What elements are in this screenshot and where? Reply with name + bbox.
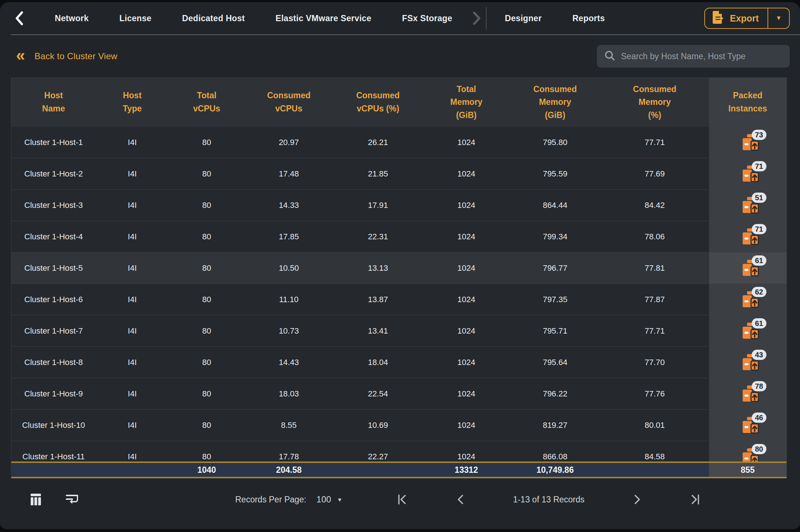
nav-tab-reports[interactable]: Reports: [557, 14, 620, 23]
table-row[interactable]: Cluster 1-Host-4 I4I 80 17.85 22.31 1024…: [11, 221, 786, 252]
export-dropdown-caret[interactable]: ▼: [767, 8, 789, 28]
cell-consumed-memory-pct: 77.76: [601, 378, 709, 409]
totals-total-memory: 13312: [423, 463, 510, 477]
table-row[interactable]: Cluster 1-Host-5 I4I 80 10.50 13.13 1024…: [11, 252, 786, 284]
totals-packed-instances: 855: [709, 463, 786, 477]
table-header-row: Host Name Host Type Total vCPUs Consumed…: [11, 78, 786, 127]
nav-tab-elastic-vmware-service[interactable]: Elastic VMware Service: [260, 14, 386, 23]
pagination-range-text: 1-13 of 13 Records: [513, 495, 584, 505]
records-per-page-select[interactable]: 100 ▼: [316, 494, 342, 505]
cell-host-type: I4I: [96, 315, 168, 346]
cell-packed-instances: 78: [709, 378, 786, 409]
packed-instances-icon[interactable]: 61: [742, 260, 759, 277]
first-page-button[interactable]: [397, 494, 407, 505]
nav-divider: [486, 7, 487, 30]
column-header-total-vcpus[interactable]: Total vCPUs: [169, 78, 245, 127]
cell-consumed-vcpus: 10.73: [245, 315, 333, 346]
column-header-consumed-memory-pct[interactable]: Consumed Memory (%): [601, 78, 709, 127]
app-panel: Network License Dedicated Host Elastic V…: [0, 2, 800, 529]
cell-consumed-vcpus: 17.85: [245, 221, 333, 252]
cell-consumed-memory: 795.80: [510, 127, 600, 158]
records-per-page-value: 100: [316, 494, 331, 505]
cell-consumed-memory-pct: 77.69: [601, 158, 709, 189]
packed-instances-icon[interactable]: 61: [742, 323, 759, 339]
search-box[interactable]: [597, 45, 790, 68]
packed-count-badge: 80: [752, 444, 766, 454]
packed-count-badge: 51: [752, 193, 766, 203]
table-row[interactable]: Cluster 1-Host-7 I4I 80 10.73 13.41 1024…: [11, 315, 786, 347]
nav-tab-network[interactable]: Network: [39, 14, 104, 23]
packed-instances-icon[interactable]: 71: [742, 166, 759, 182]
cell-total-memory: 1024: [423, 252, 510, 284]
cell-packed-instances: 46: [709, 410, 786, 441]
nav-tab-fsx-storage[interactable]: FSx Storage: [387, 14, 468, 23]
cell-host-name: Cluster 1-Host-6: [11, 284, 96, 315]
packed-instances-icon[interactable]: 80: [742, 448, 759, 462]
cell-host-name: Cluster 1-Host-4: [11, 221, 96, 252]
packed-instances-icon[interactable]: 43: [742, 354, 759, 371]
column-header-host-name[interactable]: Host Name: [11, 78, 96, 127]
cell-host-name: Cluster 1-Host-7: [11, 315, 96, 346]
cell-host-name: Cluster 1-Host-5: [11, 252, 96, 284]
packed-count-badge: 43: [752, 350, 766, 360]
cell-packed-instances: 43: [709, 347, 786, 378]
search-input[interactable]: [621, 52, 782, 61]
cell-host-type: I4I: [96, 158, 168, 189]
nav-scroll-right-icon[interactable]: [473, 12, 481, 25]
column-header-consumed-memory[interactable]: Consumed Memory (GiB): [510, 78, 600, 127]
packed-count-badge: 78: [752, 381, 766, 391]
cell-host-name: Cluster 1-Host-1: [11, 127, 96, 158]
column-header-total-memory[interactable]: Total Memory (GiB): [423, 78, 510, 127]
packed-instances-icon[interactable]: 78: [742, 385, 759, 402]
packed-instances-icon[interactable]: 71: [742, 228, 759, 245]
back-to-cluster-view-link[interactable]: « Back to Cluster View: [16, 49, 117, 63]
column-header-consumed-vcpus[interactable]: Consumed vCPUs: [245, 78, 333, 127]
packed-count-badge: 71: [752, 161, 766, 171]
export-button[interactable]: Export ▼: [704, 8, 790, 29]
packed-instances-icon[interactable]: 62: [742, 291, 759, 308]
cell-consumed-memory-pct: 77.87: [601, 284, 709, 315]
search-icon: [604, 50, 615, 62]
cell-total-memory: 1024: [423, 284, 510, 315]
cell-consumed-memory-pct: 80.01: [601, 410, 709, 441]
nav-scroll-left-icon[interactable]: [15, 11, 27, 26]
wrap-rows-icon[interactable]: [66, 493, 79, 506]
table-row[interactable]: Cluster 1-Host-9 I4I 80 18.03 22.54 1024…: [11, 378, 786, 410]
cell-consumed-memory: 797.35: [510, 284, 600, 315]
packed-count-badge: 46: [752, 413, 766, 423]
table-row[interactable]: Cluster 1-Host-3 I4I 80 14.33 17.91 1024…: [11, 190, 786, 221]
table-row[interactable]: Cluster 1-Host-8 I4I 80 14.43 18.04 1024…: [11, 347, 786, 378]
column-header-consumed-vcpus-pct[interactable]: Consumed vCPUs (%): [333, 78, 423, 127]
table-row[interactable]: Cluster 1-Host-2 I4I 80 17.48 21.85 1024…: [11, 158, 786, 190]
table-row[interactable]: Cluster 1-Host-11 I4I 80 17.78 22.27 102…: [11, 441, 786, 461]
double-chevron-left-icon: «: [16, 47, 25, 63]
cell-consumed-memory-pct: 77.70: [601, 347, 709, 378]
packed-instances-icon[interactable]: 73: [742, 134, 759, 151]
cell-host-type: I4I: [96, 190, 168, 221]
cell-consumed-vcpus: 14.33: [245, 190, 333, 221]
packed-instances-icon[interactable]: 51: [742, 197, 759, 214]
next-page-button[interactable]: [634, 494, 641, 505]
column-header-packed-instances[interactable]: Packed Instances: [709, 78, 786, 127]
last-page-button[interactable]: [690, 494, 700, 505]
cell-consumed-vcpus: 10.50: [245, 252, 333, 284]
packed-count-badge: 61: [752, 318, 766, 328]
table-columns-icon[interactable]: [30, 493, 42, 506]
table-row[interactable]: Cluster 1-Host-6 I4I 80 11.10 13.87 1024…: [11, 284, 786, 315]
export-label: Export: [730, 13, 759, 24]
cell-consumed-memory: 799.34: [510, 221, 600, 252]
nav-tab-dedicated-host[interactable]: Dedicated Host: [167, 14, 260, 23]
records-per-page-caret-icon: ▼: [337, 497, 342, 503]
packed-instances-icon[interactable]: 46: [742, 417, 759, 434]
cell-consumed-vcpus-pct: 13.41: [333, 315, 423, 346]
nav-tab-license[interactable]: License: [104, 14, 167, 23]
table-row[interactable]: Cluster 1-Host-10 I4I 80 8.55 10.69 1024…: [11, 410, 786, 441]
cell-consumed-vcpus-pct: 22.31: [333, 221, 423, 252]
cell-consumed-vcpus: 20.97: [245, 127, 333, 158]
totals-host-name: [11, 463, 96, 477]
table-row[interactable]: Cluster 1-Host-1 I4I 80 20.97 26.21 1024…: [11, 127, 786, 158]
nav-tab-designer[interactable]: Designer: [489, 14, 557, 23]
totals-consumed-vcpus: 204.58: [245, 463, 333, 477]
column-header-host-type[interactable]: Host Type: [96, 78, 168, 127]
previous-page-button[interactable]: [457, 494, 464, 505]
